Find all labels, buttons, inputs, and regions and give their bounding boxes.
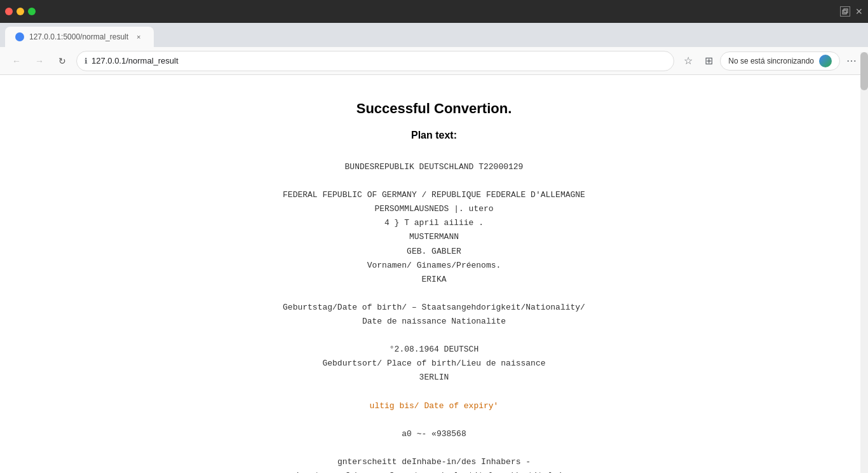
scrollbar-thumb[interactable]	[860, 52, 868, 90]
active-tab[interactable]: 127.0.0.1:5000/normal_result ×	[5, 27, 154, 47]
ocr-line: °2.08.1964 DEUTSCH	[148, 343, 720, 357]
page-content: Successful Convertion. Plan text: BUNDES…	[0, 75, 868, 473]
address-bar[interactable]: ℹ 127.0.0.1/normal_result	[76, 51, 674, 71]
ocr-line: 4 } T april ailiie .	[148, 216, 720, 230]
menu-btn[interactable]: ⋯	[843, 52, 860, 70]
ocr-line: ignature of beare- Sagnature de la titul…	[148, 469, 720, 473]
ocr-line: 3ERLIN	[148, 371, 720, 385]
ocr-line: Vornamen/ Ginames/Préenoms.	[148, 259, 720, 273]
close-btn[interactable]: ✕	[855, 6, 863, 17]
ocr-line: a0 ~- «938568	[148, 427, 720, 441]
ocr-line: Date de naissance Nationalite	[148, 315, 720, 329]
scrollbar-track[interactable]	[860, 52, 868, 473]
tab-label: 127.0.0.1:5000/normal_result	[29, 32, 128, 41]
ocr-line	[148, 385, 720, 399]
ocr-line: GEB. GABLER	[148, 245, 720, 259]
collections-btn[interactable]: ⊞	[700, 52, 717, 70]
ocr-line: PERSOMMLAUSNEDS |. utero	[148, 202, 720, 216]
ocr-line: ultig bis/ Date of expiry'	[148, 399, 720, 413]
sync-button[interactable]: No se está sincronizando	[720, 51, 840, 71]
ocr-line: Gebdurtsort/ Place of birth/Lieu de nais…	[148, 357, 720, 371]
ocr-line: FEDERAL FEPUBLIC OF GERMANY / REPUBLIQUE…	[148, 188, 720, 202]
ocr-content: BUNDESREPUBLIK DEUTSCHLAND T22000129 FED…	[148, 160, 720, 473]
back-nav-btn[interactable]: ←	[8, 52, 25, 70]
ocr-line: ERIKA	[148, 273, 720, 287]
svg-rect-0	[843, 10, 846, 14]
restore-btn[interactable]	[840, 6, 850, 17]
ocr-line: MUSTERMANN	[148, 230, 720, 244]
tab-favicon	[15, 32, 24, 41]
lock-icon: ℹ	[85, 57, 88, 65]
refresh-nav-btn[interactable]: ↻	[53, 52, 71, 70]
svg-rect-1	[844, 9, 848, 13]
sync-label: No se está sincronizando	[728, 57, 814, 65]
ocr-line	[148, 413, 720, 427]
browser-titlebar: ✕	[0, 0, 868, 23]
ocr-line: BUNDESREPUBLIK DEUTSCHLAND T22000129	[148, 160, 720, 174]
tab-close-btn[interactable]: ×	[133, 32, 144, 42]
browser-toolbar: ← → ↻ ℹ 127.0.0.1/normal_result ☆ ⊞ No s…	[0, 47, 868, 75]
ocr-line	[148, 441, 720, 455]
ocr-line	[148, 287, 720, 301]
bookmark-star-btn[interactable]: ☆	[679, 52, 697, 70]
sync-avatar	[819, 55, 832, 67]
browser-tab-bar: 127.0.0.1:5000/normal_result ×	[0, 23, 868, 47]
url-text: 127.0.0.1/normal_result	[92, 56, 666, 65]
page-title: Successful Convertion.	[356, 100, 512, 117]
plan-text-label: Plan text:	[411, 130, 457, 141]
ocr-line	[148, 174, 720, 188]
toolbar-actions: ☆ ⊞ No se está sincronizando ⋯	[679, 51, 860, 71]
forward-nav-btn[interactable]: →	[31, 52, 48, 70]
ocr-line: gnterscheitt deInhabe-in/des Inhabers -	[148, 455, 720, 469]
ocr-line: Geburtstag/Date of birth/ – Staatsangehd…	[148, 301, 720, 315]
ocr-line	[148, 329, 720, 343]
